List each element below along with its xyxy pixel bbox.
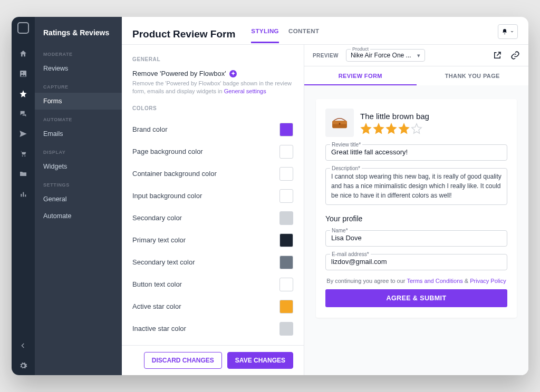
image-icon[interactable]: [12, 64, 35, 83]
swatch-active-star[interactable]: [279, 300, 293, 313]
section-general: GENERAL: [132, 56, 293, 62]
sidebar-section-settings: SETTINGS: [35, 175, 122, 191]
section-colors: COLORS: [132, 105, 293, 111]
submit-button[interactable]: AGREE & SUBMIT: [325, 289, 507, 307]
color-row-container-bg: Container background color: [132, 163, 293, 185]
svg-rect-5: [23, 192, 24, 197]
header: Product Review Form STYLING CONTENT: [122, 17, 528, 45]
content: GENERAL Remove 'Powered by Flowbox' ✦ Re…: [122, 45, 528, 375]
settings-pane: GENERAL Remove 'Powered by Flowbox' ✦ Re…: [122, 45, 304, 345]
discard-button[interactable]: DISCARD CHANGES: [144, 352, 222, 369]
preview-pane: PREVIEW Product Nike Air Force One ... ▾: [304, 45, 528, 375]
folder-icon[interactable]: [12, 164, 35, 183]
star-icon[interactable]: [411, 123, 422, 134]
sidebar-section-display: DISPLAY: [35, 142, 122, 158]
star-icon[interactable]: [398, 123, 410, 134]
svg-point-3: [24, 155, 25, 156]
color-row-secondary: Secondary color: [132, 207, 293, 229]
swatch-primary-text[interactable]: [279, 233, 293, 247]
tab-content[interactable]: CONTENT: [288, 26, 319, 43]
chevron-down-icon: [510, 30, 514, 34]
main: Product Review Form STYLING CONTENT GENE…: [122, 17, 528, 375]
svg-point-1: [22, 72, 23, 74]
gear-icon[interactable]: [12, 356, 35, 375]
save-button[interactable]: SAVE CHANGES: [227, 352, 293, 369]
back-icon[interactable]: [12, 336, 35, 355]
open-external-icon[interactable]: [493, 51, 502, 60]
chat-icon[interactable]: [12, 104, 35, 123]
cart-icon[interactable]: [12, 144, 35, 163]
sidebar-item-widgets[interactable]: Widgets: [35, 158, 122, 175]
sidebar-item-reviews[interactable]: Reviews: [35, 60, 122, 77]
swatch-input-bg[interactable]: [279, 189, 293, 203]
preview-bar: PREVIEW Product Nike Air Force One ... ▾: [304, 45, 528, 66]
tab-styling[interactable]: STYLING: [251, 26, 279, 43]
swatch-button-text[interactable]: [279, 278, 293, 291]
sidebar-section-capture: CAPTURE: [35, 77, 122, 93]
product-image: [325, 109, 354, 137]
preview-tabs: REVIEW FORM THANK YOU PAGE: [304, 66, 528, 85]
color-row-active-star: Active star color: [132, 296, 293, 318]
sidebar-title: Ratings & Reviews: [35, 17, 122, 44]
footer-actions: DISCARD CHANGES SAVE CHANGES: [122, 345, 304, 375]
agree-text: By continuing you agree to our Terms and…: [325, 278, 507, 284]
review-card: The little brown bag Review title* Great…: [316, 99, 517, 318]
sidebar: Ratings & Reviews MODERATE Reviews CAPTU…: [35, 17, 122, 375]
preview-tab-thankyou[interactable]: THANK YOU PAGE: [417, 66, 529, 85]
chevron-down-icon: ▾: [417, 52, 420, 59]
terms-link[interactable]: Terms and Conditions: [407, 278, 462, 284]
icon-rail: [12, 17, 35, 375]
preview-tab-form[interactable]: REVIEW FORM: [304, 66, 417, 85]
color-row-secondary-text: Secondary text color: [132, 251, 293, 273]
header-tabs: STYLING CONTENT: [251, 26, 319, 43]
upgrade-badge-icon[interactable]: ✦: [229, 70, 237, 77]
star-icon[interactable]: [385, 123, 397, 134]
color-row-inactive-star: Inactive star color: [132, 318, 293, 340]
star-icon[interactable]: [360, 123, 372, 134]
privacy-link[interactable]: Privacy Policy: [470, 278, 506, 284]
sidebar-item-general[interactable]: General: [35, 191, 122, 208]
swatch-page-bg[interactable]: [279, 145, 293, 159]
svg-rect-4: [21, 194, 22, 197]
preview-label: PREVIEW: [313, 53, 339, 58]
sidebar-item-automate[interactable]: Automate: [35, 208, 122, 224]
review-title-field[interactable]: Review title* Great little fall accessor…: [325, 144, 507, 161]
star-icon[interactable]: [373, 123, 384, 134]
product-select[interactable]: Product Nike Air Force One ... ▾: [346, 49, 425, 62]
swatch-container-bg[interactable]: [279, 167, 293, 181]
color-row-button-text: Button text color: [132, 273, 293, 296]
send-icon[interactable]: [12, 124, 35, 143]
remove-powered-by: Remove 'Powered by Flowbox' ✦ Remove the…: [132, 70, 293, 96]
swatch-brand[interactable]: [279, 123, 293, 136]
sidebar-item-emails[interactable]: Emails: [35, 125, 122, 142]
swatch-secondary[interactable]: [279, 211, 293, 225]
color-row-input-bg: Input background color: [132, 185, 293, 207]
star-icon[interactable]: [12, 84, 35, 103]
star-rating[interactable]: [360, 123, 429, 134]
bell-icon: [502, 28, 508, 35]
description-field[interactable]: Description* I cannot stop wearing this …: [325, 168, 507, 205]
product-name: The little brown bag: [360, 112, 429, 121]
profile-heading: Your profile: [325, 214, 507, 223]
name-field[interactable]: Name* Lisa Dove: [325, 230, 507, 247]
link-icon[interactable]: [510, 51, 520, 60]
svg-rect-9: [339, 123, 341, 125]
app-logo-icon: [17, 22, 29, 34]
svg-rect-6: [25, 194, 26, 197]
preview-body: The little brown bag Review title* Great…: [304, 85, 528, 375]
notifications-button[interactable]: [498, 24, 518, 39]
color-row-primary-text: Primary text color: [132, 229, 293, 251]
email-field[interactable]: E-mail address* lizdov@gmail.com: [325, 254, 507, 270]
app-window: Ratings & Reviews MODERATE Reviews CAPTU…: [12, 17, 528, 375]
general-settings-link[interactable]: General settings: [224, 88, 266, 94]
home-icon[interactable]: [12, 44, 35, 63]
swatch-secondary-text[interactable]: [279, 256, 293, 269]
svg-point-2: [22, 155, 23, 156]
sidebar-section-moderate: MODERATE: [35, 44, 122, 60]
sidebar-item-forms[interactable]: Forms: [35, 93, 122, 110]
bars-icon[interactable]: [12, 184, 35, 203]
remove-title: Remove 'Powered by Flowbox': [132, 70, 226, 77]
swatch-inactive-star[interactable]: [279, 322, 293, 336]
color-row-brand: Brand color: [132, 119, 293, 141]
color-row-page-bg: Page background color: [132, 141, 293, 163]
